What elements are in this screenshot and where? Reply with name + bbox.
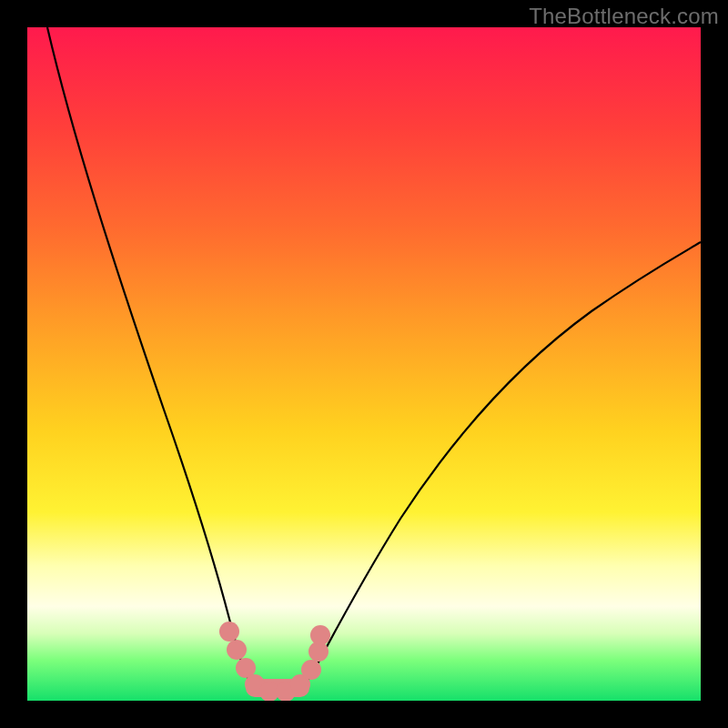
svg-point-0 bbox=[219, 622, 239, 642]
svg-point-10 bbox=[310, 625, 330, 645]
curve-right-branch bbox=[311, 242, 701, 675]
curve-overlay bbox=[27, 27, 701, 701]
highlight-markers bbox=[219, 622, 330, 701]
plot-area bbox=[27, 27, 701, 701]
svg-point-8 bbox=[301, 660, 321, 680]
svg-point-1 bbox=[227, 640, 247, 660]
watermark-text: TheBottleneck.com bbox=[529, 4, 719, 29]
curve-left-branch bbox=[47, 27, 246, 675]
chart-frame: TheBottleneck.com bbox=[0, 0, 728, 728]
